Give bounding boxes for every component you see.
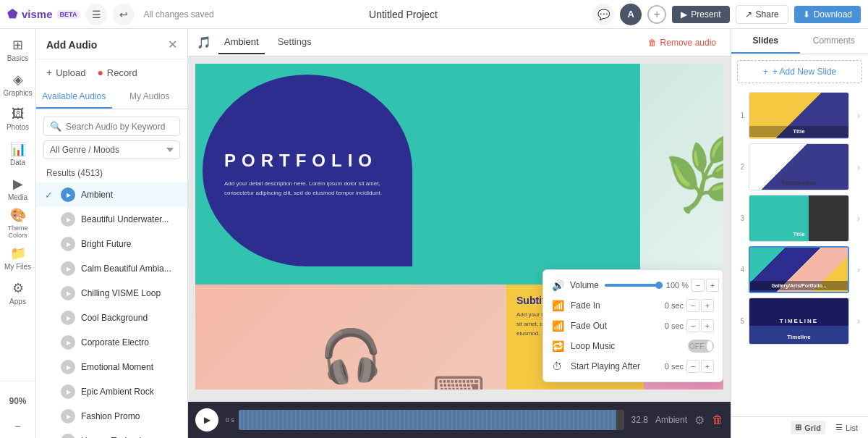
project-title[interactable]: Untitled Project — [220, 9, 587, 20]
right-panel: Slides Comments + + Add New Slide 1 Titl… — [731, 29, 868, 438]
upload-record-row: + Upload ● Record — [36, 59, 187, 85]
play-button[interactable]: ▶ — [61, 409, 75, 424]
play-button[interactable]: ▶ — [61, 188, 75, 202]
slide-thumbnail-3[interactable]: Title — [749, 195, 849, 242]
play-button[interactable]: ▶ — [61, 384, 75, 399]
tab-available-audios[interactable]: Available Audios — [36, 85, 112, 109]
basics-label: Basics — [7, 54, 28, 62]
list-item[interactable]: ▶ Emotional Moment — [36, 355, 187, 379]
fade-in-label: Fade In — [571, 300, 655, 311]
start-after-plus-button[interactable]: + — [701, 360, 714, 373]
list-item[interactable]: ▶ Bright Future — [36, 232, 187, 256]
loop-icon: 🔁 — [552, 340, 565, 352]
sidebar-item-media[interactable]: ▶ Media — [1, 172, 35, 205]
panel-close-button[interactable]: ✕ — [168, 38, 177, 51]
volume-slider[interactable] — [605, 284, 663, 287]
timeline-play-button[interactable]: ▶ — [195, 408, 218, 431]
timeline-delete-button[interactable]: 🗑 — [712, 413, 723, 426]
sidebar-item-photos[interactable]: 🖼 Photos — [1, 102, 35, 135]
timeline-settings-button[interactable]: ⚙ — [694, 413, 705, 427]
slide-description1: Add your detail description here. Lorem … — [224, 180, 392, 198]
fade-in-minus-button[interactable]: − — [686, 299, 699, 312]
grid-view-button[interactable]: ⊞ Grid — [791, 421, 825, 434]
slide-row-2: 2 Testimonials › — [736, 143, 864, 190]
list-item[interactable]: ▶ Beautiful Underwater... — [36, 207, 187, 232]
tab-comments[interactable]: Comments — [800, 29, 869, 54]
slide-thumbnail-5[interactable]: TIMELINE Timeline — [749, 298, 849, 345]
sidebar-item-my-files[interactable]: 📁 My Files — [1, 241, 35, 274]
loop-toggle[interactable]: OFF — [688, 340, 714, 353]
comment-button[interactable]: 💬 — [592, 4, 614, 25]
list-item[interactable]: ▶ Epic Ambient Rock — [36, 379, 187, 404]
results-header: Results (4513) — [36, 165, 187, 182]
list-view-button[interactable]: ☰ List — [831, 421, 862, 434]
fade-out-label: Fade Out — [571, 321, 655, 331]
sidebar-item-apps[interactable]: ⚙ Apps — [1, 276, 35, 309]
play-button[interactable]: ▶ — [61, 237, 75, 251]
timeline-track[interactable] — [239, 410, 624, 430]
slide-thumbnail-2[interactable]: Testimonials — [749, 143, 849, 190]
fade-in-plus-button[interactable]: + — [701, 299, 714, 312]
trash-icon: 🗑 — [648, 38, 657, 48]
logo: ⬟ visme BETA — [7, 7, 80, 21]
sidebar-item-basics[interactable]: ⊞ Basics — [1, 33, 35, 66]
play-triangle: ▶ — [67, 413, 71, 420]
play-button[interactable]: ▶ — [61, 261, 75, 276]
download-button[interactable]: ⬇ Download — [794, 6, 861, 23]
start-after-minus-button[interactable]: − — [686, 360, 699, 373]
volume-minus-button[interactable]: − — [692, 279, 705, 292]
list-label: List — [846, 424, 858, 432]
play-button[interactable]: ▶ — [61, 434, 75, 438]
add-new-slide-button[interactable]: + + Add New Slide — [737, 60, 862, 83]
track-name: Emotional Moment — [81, 362, 179, 372]
fade-out-plus-button[interactable]: + — [701, 319, 714, 332]
record-button[interactable]: ● Record — [97, 67, 137, 78]
tab-ambient[interactable]: Ambient — [218, 30, 265, 54]
play-button[interactable]: ▶ — [61, 212, 75, 227]
audio-icon: 🎵 — [197, 35, 211, 49]
play-triangle: ▶ — [67, 241, 71, 248]
play-triangle: ▶ — [67, 290, 71, 297]
volume-plus-button[interactable]: + — [706, 279, 719, 292]
list-item[interactable]: ▶ Fashion Promo — [36, 404, 187, 429]
track-name: Beautiful Underwater... — [81, 214, 179, 224]
tab-my-audios[interactable]: My Audios — [112, 85, 188, 109]
genre-select[interactable]: All Genre / Moods — [43, 140, 180, 159]
sidebar-item-theme-colors[interactable]: 🎨 Theme Colors — [1, 206, 35, 240]
track-name: Cool Background — [81, 313, 179, 323]
share-icon: ↗ — [745, 9, 752, 20]
play-button[interactable]: ▶ — [61, 335, 75, 350]
list-item[interactable]: ▶ Corporate Electro — [36, 330, 187, 355]
undo-button[interactable]: ↩ — [113, 4, 135, 25]
upload-button[interactable]: + Upload — [46, 67, 85, 78]
list-item[interactable]: ▶ Calm Beautiful Ambia... — [36, 256, 187, 281]
files-label: My Files — [4, 263, 31, 271]
play-button[interactable]: ▶ — [61, 311, 75, 325]
share-button[interactable]: ↗ Share — [736, 5, 788, 24]
slide-collapse-arrow: › — [854, 214, 864, 224]
present-button[interactable]: ▶ Present — [672, 6, 729, 23]
search-bar: 🔍 — [43, 117, 180, 136]
play-button[interactable]: ▶ — [61, 360, 75, 374]
remove-audio-button[interactable]: 🗑 Remove audio — [642, 35, 722, 51]
topbar: ⬟ visme BETA ☰ ↩ All changes saved Untit… — [0, 0, 868, 29]
list-item[interactable]: ✓ ▶ Ambient — [36, 182, 187, 207]
tab-settings[interactable]: Settings — [272, 30, 318, 54]
slide-thumbnail-4[interactable]: Gallery/Arts/Portfolio... — [749, 246, 849, 293]
start-after-controls: 0 sec − + — [660, 360, 714, 373]
logo-text: visme — [22, 8, 53, 20]
list-item[interactable]: ▶ Cool Background — [36, 306, 187, 330]
list-item[interactable]: ▶ Human Technology — [36, 429, 187, 438]
add-collaborator-button[interactable]: + — [647, 5, 666, 24]
menu-button[interactable]: ☰ — [85, 4, 107, 25]
zoom-minus[interactable]: − — [1, 418, 35, 435]
sidebar-item-data[interactable]: 📊 Data — [1, 137, 35, 170]
tab-slides[interactable]: Slides — [731, 29, 800, 54]
fade-out-minus-button[interactable]: − — [686, 319, 699, 332]
slide-thumbnail-1[interactable]: Title — [749, 92, 849, 139]
play-button[interactable]: ▶ — [61, 286, 75, 300]
zoom-control[interactable]: 90% — [1, 384, 35, 418]
search-input[interactable] — [66, 122, 174, 132]
sidebar-item-graphics[interactable]: ◈ Graphics — [1, 67, 35, 101]
list-item[interactable]: ▶ Chilling VISME Loop — [36, 281, 187, 306]
